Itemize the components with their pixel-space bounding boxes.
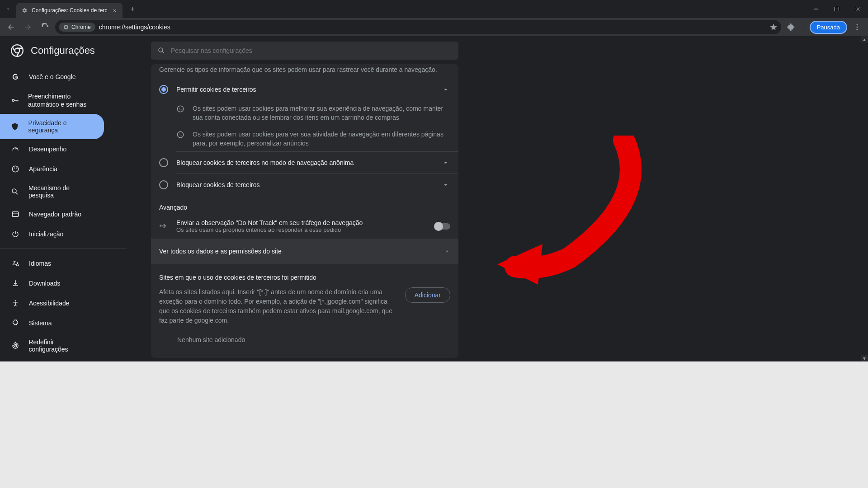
search-icon	[157, 47, 165, 55]
chrome-chip-label: Chrome	[71, 24, 91, 30]
radio-label: Bloquear cookies de terceiros	[176, 181, 433, 188]
extensions-icon[interactable]	[784, 20, 798, 34]
sidebar-item-label: Aparência	[29, 165, 57, 173]
sidebar-item-label: Inicialização	[29, 230, 63, 238]
sidebar-item-reset[interactable]: Redefinir configurações	[0, 333, 104, 358]
svg-point-20	[181, 109, 182, 110]
reload-button[interactable]	[38, 20, 52, 34]
sidebar-item-label: Acessibilidade	[29, 300, 70, 307]
browser-icon	[11, 210, 20, 219]
radio-block-all[interactable]: Bloquear cookies de terceiros	[151, 174, 458, 196]
maximize-button[interactable]	[826, 0, 847, 18]
chrome-icon	[63, 24, 69, 30]
sidebar-item-startup[interactable]: Inicialização	[0, 224, 104, 244]
palette-icon	[11, 164, 20, 174]
browser-tab[interactable]: Configurações: Cookies de terc	[16, 3, 123, 18]
sidebar-item-label: Sistema	[29, 319, 52, 327]
sidebar-item-downloads[interactable]: Downloads	[0, 273, 104, 293]
sidebar-item-default-browser[interactable]: Navegador padrão	[0, 204, 104, 224]
radio-icon	[159, 158, 168, 167]
sidebar-item-accessibility[interactable]: Acessibilidade	[0, 293, 104, 313]
sidebar-item-search-engine[interactable]: Mecanismo de pesquisa	[0, 179, 104, 204]
chrome-logo-icon	[11, 44, 24, 57]
radio-label: Permitir cookies de terceiros	[176, 86, 433, 93]
tab-search-dropdown[interactable]	[0, 1, 16, 17]
sidebar-item-label: Preenchimento automático e senhas	[28, 92, 93, 108]
sidebar-item-label: Desempenho	[29, 145, 66, 153]
send-icon	[159, 222, 168, 231]
google-icon	[11, 72, 20, 81]
svg-point-8	[12, 99, 14, 102]
sidebar-item-label: Downloads	[29, 280, 60, 287]
svg-rect-0	[835, 7, 839, 11]
sidebar-item-label: Você e o Google	[29, 73, 76, 80]
radio-icon	[159, 180, 168, 189]
dnt-title: Enviar a observação "Do Not Track" em se…	[176, 219, 427, 226]
cookie-icon	[176, 131, 185, 140]
reset-icon	[11, 341, 19, 350]
bookmark-icon[interactable]	[769, 23, 778, 31]
omnibox-url: chrome://settings/cookies	[99, 23, 170, 31]
add-button[interactable]: Adicionar	[405, 287, 450, 303]
sidebar-item-system[interactable]: Sistema	[0, 313, 104, 333]
svg-point-24	[181, 135, 182, 136]
radio-allow-third-party[interactable]: Permitir cookies de terceiros	[151, 79, 458, 100]
dnt-toggle[interactable]	[435, 223, 450, 230]
sidebar-item-privacy[interactable]: Privacidade e segurança	[0, 114, 104, 139]
minimize-button[interactable]	[806, 0, 826, 18]
sidebar-item-autofill[interactable]: Preenchimento automático e senhas	[0, 87, 104, 114]
sidebar-item-languages[interactable]: Idiomas	[0, 253, 104, 273]
panel-description-truncated: Gerencie os tipos de informação que os s…	[151, 64, 458, 79]
svg-rect-13	[12, 212, 19, 217]
chrome-chip: Chrome	[59, 23, 95, 32]
allow-description-1: Os sites podem usar cookies para melhora…	[151, 100, 458, 126]
power-icon	[11, 230, 20, 239]
new-tab-button[interactable]	[126, 3, 139, 15]
chevron-right-icon	[444, 248, 450, 254]
svg-point-18	[177, 106, 184, 112]
titlebar: Configurações: Cookies de terc	[0, 0, 868, 18]
back-button[interactable]	[4, 20, 18, 34]
chevron-up-icon[interactable]	[441, 85, 450, 94]
settings-search-input[interactable]	[171, 47, 452, 54]
page-title: Configurações	[31, 45, 95, 56]
sidebar-item-appearance[interactable]: Aparência	[0, 159, 104, 179]
cookie-icon	[176, 105, 185, 114]
no-sites-text: Nenhum site adicionado	[159, 325, 450, 348]
sidebar-item-label: Idiomas	[29, 260, 51, 267]
gear-icon	[21, 7, 28, 14]
svg-point-17	[159, 48, 163, 52]
divider	[804, 22, 804, 32]
omnibox[interactable]: Chrome chrome://settings/cookies	[55, 20, 781, 34]
system-icon	[11, 319, 20, 328]
shield-icon	[11, 122, 19, 131]
profile-badge[interactable]: Pausada	[810, 21, 847, 34]
settings-search[interactable]	[151, 42, 458, 60]
scrollbar-up-icon[interactable]: ▲	[861, 36, 868, 42]
close-icon[interactable]	[111, 7, 118, 14]
scrollbar-down-icon[interactable]: ▼	[861, 355, 868, 361]
download-icon	[11, 279, 20, 288]
sidebar-item-label: Privacidade e segurança	[28, 119, 93, 134]
chevron-down-icon[interactable]	[441, 180, 450, 189]
chevron-down-icon[interactable]	[441, 158, 450, 167]
sidebar-item-label: Mecanismo de pesquisa	[28, 184, 93, 199]
toolbar: Chrome chrome://settings/cookies Pausada	[0, 18, 868, 36]
menu-icon[interactable]	[850, 20, 864, 34]
radio-selected-icon	[159, 85, 168, 94]
tab-title: Configurações: Cookies de terc	[32, 7, 107, 14]
sidebar-item-performance[interactable]: Desempenho	[0, 139, 104, 159]
window-controls	[806, 0, 868, 18]
svg-point-5	[857, 29, 858, 30]
forward-button[interactable]	[21, 20, 35, 34]
radio-block-incognito[interactable]: Bloquear cookies de terceiros no modo de…	[151, 152, 458, 174]
do-not-track-row: Enviar a observação "Do Not Track" em se…	[151, 214, 458, 239]
svg-point-12	[12, 189, 16, 193]
svg-point-21	[179, 110, 180, 111]
svg-point-11	[16, 168, 17, 169]
view-all-site-data-link[interactable]: Ver todos os dados e as permissões do si…	[151, 239, 458, 264]
svg-point-10	[14, 168, 15, 169]
link-label: Ver todos os dados e as permissões do si…	[159, 248, 444, 255]
close-window-button[interactable]	[847, 0, 868, 18]
sidebar-item-you-and-google[interactable]: Você e o Google	[0, 67, 104, 87]
